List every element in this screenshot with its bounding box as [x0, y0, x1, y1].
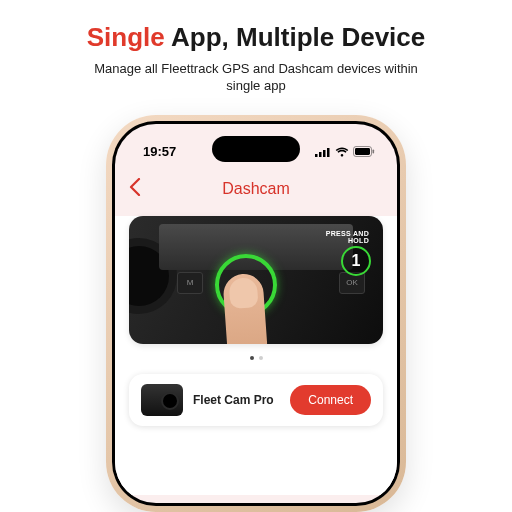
- cellular-signal-icon: [315, 147, 331, 157]
- press-hold-line1: PRESS AND: [326, 230, 369, 237]
- press-hold-line2: HOLD: [348, 237, 369, 244]
- phone-screen: 19:57: [115, 124, 397, 503]
- nav-title: Dashcam: [115, 180, 397, 198]
- promo-subhead: Manage all Fleettrack GPS and Dashcam de…: [76, 61, 436, 95]
- press-hold-label: PRESS AND HOLD: [326, 230, 369, 245]
- phone-frame: 19:57: [106, 115, 406, 512]
- carousel-dots[interactable]: [115, 356, 397, 360]
- nav-bar: Dashcam: [115, 166, 397, 216]
- headline-accent: Single: [87, 22, 165, 52]
- phone-mockup: 19:57: [106, 115, 406, 512]
- device-m-button-graphic: M: [177, 272, 203, 294]
- finger-graphic: [222, 272, 267, 343]
- back-button[interactable]: [129, 176, 149, 202]
- connect-button[interactable]: Connect: [290, 385, 371, 415]
- svg-rect-3: [327, 148, 330, 157]
- svg-rect-5: [355, 148, 370, 155]
- promo-headline: Single App, Multiple Device: [87, 22, 426, 53]
- status-time: 19:57: [143, 144, 176, 159]
- screen-content: M OK PRESS AND HOLD 1: [115, 216, 397, 495]
- carousel-dot-2[interactable]: [259, 356, 263, 360]
- headline-rest: App, Multiple Device: [165, 22, 426, 52]
- device-thumbnail-icon: [141, 384, 183, 416]
- wifi-icon: [335, 147, 349, 157]
- step-badge: 1: [341, 246, 371, 276]
- device-name: Fleet Cam Pro: [193, 393, 280, 407]
- phone-notch: [212, 136, 300, 162]
- svg-rect-1: [319, 152, 322, 157]
- svg-rect-0: [315, 154, 318, 157]
- device-card: Fleet Cam Pro Connect: [129, 374, 383, 426]
- battery-icon: [353, 146, 375, 157]
- instruction-hero[interactable]: M OK PRESS AND HOLD 1: [129, 216, 383, 344]
- svg-rect-6: [373, 150, 375, 154]
- carousel-dot-1[interactable]: [250, 356, 254, 360]
- svg-rect-2: [323, 150, 326, 157]
